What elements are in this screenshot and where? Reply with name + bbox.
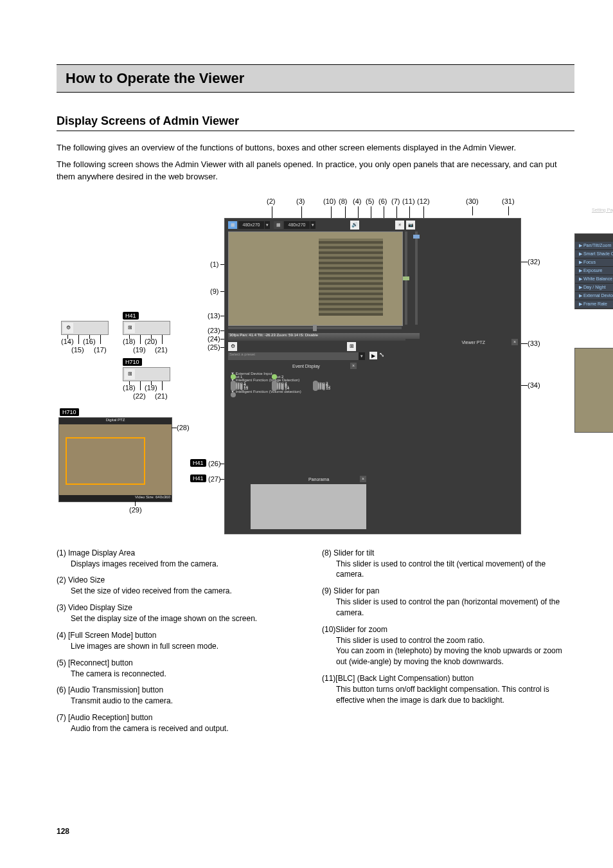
item-11-desc: This button turns on/off backlight compe…: [336, 684, 574, 706]
settings-button[interactable]: ⚙: [228, 342, 237, 351]
viewer-ptz-header: Viewer PTZ ×: [405, 339, 518, 347]
pan-slider[interactable]: [228, 327, 402, 329]
callout-11: (11): [402, 197, 415, 205]
intro-para-2: The following screen shows the Admin Vie…: [57, 158, 574, 183]
item-1-desc: Displays images received from the camera…: [71, 559, 309, 570]
digital-ptz-panel[interactable]: Digital PTZ Video Size: 640x360: [58, 417, 172, 502]
callout-23: (23): [208, 327, 220, 334]
video-size-select[interactable]: 480x270: [238, 221, 264, 229]
position-button[interactable]: ⤡: [379, 351, 384, 358]
callout-2: (2): [267, 197, 275, 205]
blc-button[interactable]: ☀: [395, 221, 404, 230]
panorama-header: Panorama ×: [251, 476, 366, 484]
item-4-desc: Live images are shown in full screen mod…: [71, 641, 309, 652]
callout-22: (22): [133, 392, 146, 400]
callout-17: (17): [94, 346, 107, 354]
callout-30: (30): [466, 197, 479, 205]
dropdown-arrow-icon[interactable]: ▾: [310, 221, 315, 229]
btn-21[interactable]: ⊞: [125, 323, 135, 333]
item-7-title: (7) [Audio Reception] button: [57, 713, 309, 722]
callout-33: (33): [528, 339, 540, 347]
callout-19b: (19): [145, 384, 157, 392]
dptz-crop-rect[interactable]: [66, 437, 145, 485]
dptz-title: Digital PTZ: [59, 418, 172, 424]
callout-14: (14): [61, 338, 74, 345]
control-for-admin-panel: Control for Admin × ▶ Pan/Tilt/Zoom ▶ Sm…: [574, 233, 613, 309]
display-size-select[interactable]: 480x270: [284, 221, 310, 229]
callout-18: (18): [123, 338, 136, 345]
toolbar-variant-1: ⚪ ▶ 🖼 ⚙: [61, 321, 109, 335]
admin-viewer-window: ▦ 480x270 ▾ ▦ 480x270 ▾ ⛶ ⟳ 🎤 🔊 ☀ 📷: [224, 218, 521, 534]
ctrl-pan-tilt-zoom[interactable]: ▶ Pan/Tilt/Zoom: [575, 242, 613, 250]
callout-32: (32): [528, 258, 540, 266]
callout-6: (6): [378, 197, 387, 205]
callout-25: (25): [208, 343, 220, 351]
page-number: 128: [57, 827, 69, 836]
item-1-title: (1) Image Display Area: [57, 548, 309, 557]
display-size-icon: ▦: [274, 221, 283, 229]
item-6-title: (6) [Audio Transmission] button: [57, 685, 309, 694]
link-setting-page[interactable]: Setting Page: [592, 208, 613, 212]
callout-27: (27): [208, 475, 221, 483]
callout-4: (4): [353, 197, 361, 205]
callout-16: (16): [83, 338, 96, 345]
item-9-title: (9) Slider for pan: [322, 586, 574, 595]
item-11-title: (11)[BLC] (Back Light Compensation) butt…: [322, 674, 574, 683]
panorama-view[interactable]: [251, 484, 366, 529]
ctrl-white-balance[interactable]: ▶ White Balance: [575, 275, 613, 284]
snapshot-button[interactable]: 📷: [406, 221, 415, 230]
btn-17[interactable]: ⚙: [63, 323, 73, 333]
intro-para-1: The following gives an overview of the f…: [57, 141, 574, 154]
video-size-icon: ▦: [228, 221, 237, 229]
zoom-slider[interactable]: [415, 231, 418, 325]
callout-10: (10): [323, 197, 336, 205]
page: How to Operate the Viewer Display Screen…: [0, 0, 613, 868]
item-10-title: (10)Slider for zoom: [322, 625, 574, 634]
callout-18b: (18): [123, 384, 136, 392]
preset-play-button[interactable]: ▶: [369, 352, 377, 359]
viewer-ptz-view[interactable]: Video Size: 480x270: [574, 348, 613, 433]
tilt-slider[interactable]: [405, 231, 407, 325]
preset-select[interactable]: Select a preset: [228, 352, 359, 360]
status-bar: 30fps Pan: 41.4 Tilt: -26.23 Zoom: 59.14…: [228, 333, 420, 341]
viewer-ptz-size: Video Size: 480x270: [575, 427, 613, 431]
callout-7: (7): [391, 197, 400, 205]
ctrl-day-night[interactable]: ▶ Day / Night: [575, 284, 613, 292]
ctrl-smart-shade[interactable]: ▶ Smart Shade Control: [575, 250, 613, 258]
item-8-desc: This slider is used to control the tilt …: [336, 559, 574, 581]
callout-34: (34): [528, 381, 540, 389]
item-2-title: (2) Video Size: [57, 575, 309, 584]
item-8-title: (8) Slider for tilt: [322, 548, 574, 557]
event-display-header: Event Display ×: [228, 363, 357, 370]
dropdown-arrow-icon[interactable]: ▾: [265, 221, 270, 229]
section-heading: How to Operate the Viewer: [57, 64, 574, 93]
header-links: Setting Page Back to top: [576, 208, 613, 212]
callout-28: (28): [177, 424, 190, 431]
ext-dev-input-header: ▼ External Device Input: [228, 371, 357, 376]
item-3-title: (3) Video Display Size: [57, 603, 309, 612]
dropdown-arrow-icon[interactable]: ▾: [359, 352, 365, 360]
btn-21b[interactable]: ⊞: [125, 369, 135, 379]
callout-3: (3): [296, 197, 305, 205]
ctrl-frame-rate[interactable]: ▶ Frame Rate: [575, 300, 613, 309]
image-display-area[interactable]: [228, 231, 403, 326]
callout-19: (19): [133, 346, 146, 354]
ctrl-ext-device-output[interactable]: ▶ External Device Output: [575, 292, 613, 300]
close-icon[interactable]: ×: [360, 476, 366, 482]
close-icon[interactable]: ×: [511, 339, 518, 345]
description-list: (1) Image Display AreaDisplays images re…: [57, 548, 574, 741]
event-display-panel: ▼ External Device Input Input 1 Input 2 …: [228, 371, 357, 395]
viewerptz-button-sm[interactable]: ⊞: [347, 342, 356, 351]
item-6-desc: Transmit audio to the camera.: [71, 696, 309, 707]
callout-24: (24): [208, 335, 220, 343]
callout-9: (9): [210, 287, 218, 295]
ctrl-exposure[interactable]: ▶ Exposure: [575, 267, 613, 275]
toolbar-variant-3: ⚪ 🎨 📷 ⊞: [123, 367, 170, 381]
callout-20: (20): [145, 338, 157, 345]
callout-21b: (21): [155, 392, 168, 400]
ctrl-focus[interactable]: ▶ Focus: [575, 258, 613, 267]
item-3-desc: Set the display size of the image shown …: [71, 613, 309, 624]
close-icon[interactable]: ×: [350, 363, 357, 369]
audio-rx-button[interactable]: 🔊: [350, 221, 359, 230]
callout-29: (29): [129, 506, 142, 514]
